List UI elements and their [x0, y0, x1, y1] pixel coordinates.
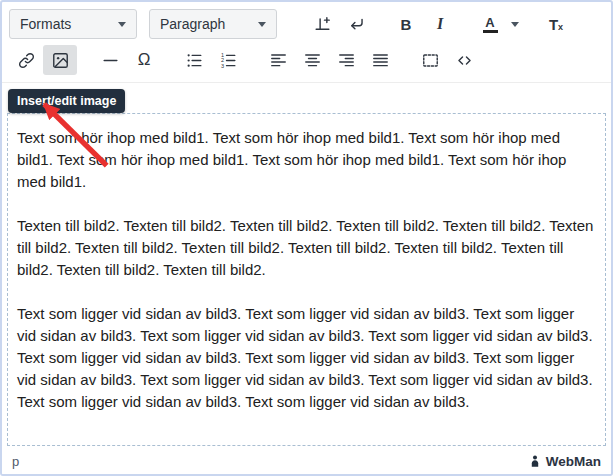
bold-button[interactable]: B	[389, 9, 423, 39]
clear-formatting-subscript: x	[558, 22, 563, 32]
toolbar: Formats Paragraph B	[2, 2, 611, 83]
bullet-list-icon	[185, 51, 204, 70]
bullet-list-button[interactable]	[177, 45, 211, 75]
insert-icon	[313, 15, 332, 34]
content-body[interactable]: Text som hör ihop med bild1. Text som hö…	[7, 113, 606, 446]
special-character-button[interactable]: Ω	[127, 45, 161, 75]
paragraph-dropdown-label: Paragraph	[160, 16, 225, 32]
brand-logo[interactable]: WebMan	[528, 454, 601, 469]
editor-content-area[interactable]: Text som hör ihop med bild1. Text som hö…	[2, 83, 611, 448]
align-right-button[interactable]	[329, 45, 363, 75]
numbered-list-button[interactable]: 1 2 3	[211, 45, 245, 75]
line-break-icon	[347, 15, 366, 34]
source-code-button[interactable]	[447, 45, 481, 75]
insert-button[interactable]	[305, 9, 339, 39]
formats-dropdown-label: Formats	[20, 16, 71, 32]
link-icon	[17, 51, 36, 70]
paragraph-dropdown[interactable]: Paragraph	[149, 9, 277, 39]
paragraph[interactable]: Text som hör ihop med bild1. Text som hö…	[17, 127, 596, 193]
text-color-swatch	[483, 30, 498, 33]
italic-icon: I	[437, 15, 443, 33]
svg-text:3: 3	[221, 62, 224, 68]
image-icon	[51, 51, 70, 70]
toolbar-row-1: Formats Paragraph B	[9, 7, 604, 41]
horizontal-rule-button[interactable]	[93, 45, 127, 75]
clear-formatting-icon: T	[549, 16, 558, 33]
numbered-list-icon: 1 2 3	[219, 51, 238, 70]
link-button[interactable]	[9, 45, 43, 75]
horizontal-rule-icon	[101, 51, 120, 70]
paragraph[interactable]: Texten till bild2. Texten till bild2. Te…	[17, 215, 596, 281]
insert-image-tooltip: Insert/edit image	[8, 89, 125, 113]
align-right-icon	[337, 51, 356, 70]
chevron-down-icon	[511, 22, 519, 27]
align-justify-button[interactable]	[363, 45, 397, 75]
toolbar-row-2: Ω 1 2 3	[9, 43, 604, 77]
insert-image-button[interactable]	[43, 45, 77, 75]
align-center-button[interactable]	[295, 45, 329, 75]
align-left-button[interactable]	[261, 45, 295, 75]
status-bar: p WebMan	[2, 448, 611, 474]
italic-button[interactable]: I	[423, 9, 457, 39]
special-character-icon: Ω	[138, 50, 151, 70]
text-color-icon: A	[485, 16, 494, 29]
element-path[interactable]: p	[12, 454, 19, 469]
visual-blocks-button[interactable]	[413, 45, 447, 75]
clear-formatting-button[interactable]: T x	[539, 9, 573, 39]
align-left-icon	[269, 51, 288, 70]
source-code-icon	[455, 51, 474, 70]
visual-blocks-icon	[421, 51, 440, 70]
align-center-icon	[303, 51, 322, 70]
brand-name: WebMan	[546, 454, 601, 469]
formats-dropdown[interactable]: Formats	[9, 9, 137, 39]
chevron-down-icon	[258, 22, 266, 27]
align-justify-icon	[371, 51, 390, 70]
text-color-menu-button[interactable]	[507, 9, 523, 39]
chevron-down-icon	[118, 22, 126, 27]
person-icon	[528, 454, 542, 468]
bold-icon: B	[401, 16, 412, 33]
text-color-button[interactable]: A	[473, 9, 507, 39]
line-break-button[interactable]	[339, 9, 373, 39]
paragraph[interactable]: Text som ligger vid sidan av bild3. Text…	[17, 303, 596, 413]
rich-text-editor: Formats Paragraph B	[0, 0, 613, 476]
